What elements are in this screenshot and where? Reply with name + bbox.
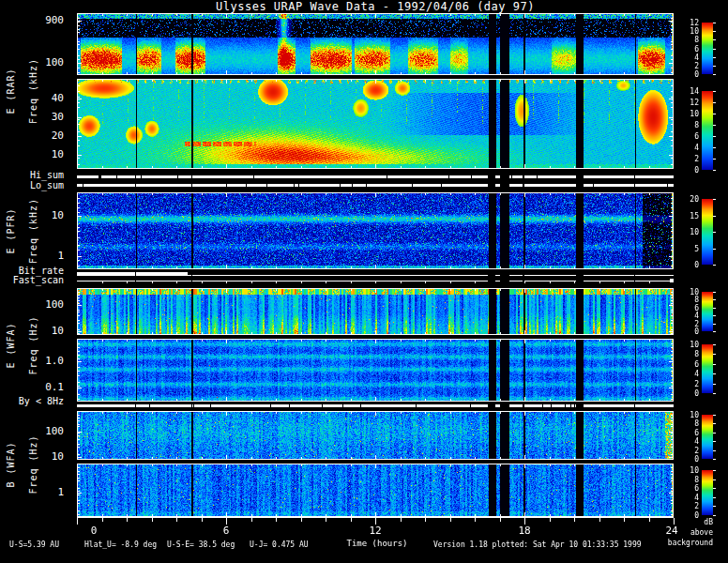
colorbar-label: 4 [660, 370, 699, 378]
ytick-label: 40 [0, 92, 64, 104]
colorbar-caption-line3: background [668, 539, 713, 548]
strip-bit-rate [77, 272, 674, 277]
ytick-label: 100 [0, 298, 64, 311]
ytick-label: 30 [0, 111, 64, 123]
colorbar-label: 10 [660, 466, 699, 475]
colorbar-tick [713, 57, 716, 58]
colorbar-rar-low [702, 91, 713, 170]
colorbar-label: 0 [660, 455, 699, 464]
time-tick [550, 518, 551, 522]
colorbar-tick [713, 497, 716, 498]
hour-label: 18 [508, 525, 540, 537]
colorbar-label: 8 [660, 350, 699, 358]
colorbar-tick [713, 515, 716, 516]
colorbar-tick [713, 159, 716, 160]
colorbar-label: 20 [660, 195, 699, 204]
colorbar-tick [713, 373, 716, 374]
ytick-label: 0.1 [0, 381, 64, 393]
time-tick [351, 518, 352, 522]
colorbar-label: 15 [660, 212, 699, 221]
colorbar-tick [713, 66, 716, 67]
time-tick [500, 518, 501, 522]
colorbar-tick [713, 49, 716, 50]
colorbar-label: 6 [660, 132, 699, 141]
colorbar-wfa-b-hi [702, 415, 713, 459]
spectrogram-wfa-b-low [77, 464, 674, 517]
colorbar-label: 6 [660, 429, 699, 437]
strip-by-8hz [77, 404, 674, 409]
colorbar-tick [713, 125, 716, 126]
ytick-label: 10 [0, 209, 64, 221]
colorbar-label: 4 [660, 144, 699, 152]
time-tick [450, 518, 451, 522]
strip-hi-sum [77, 175, 674, 180]
colorbar-tick [713, 265, 716, 266]
colorbar-rar-high [702, 23, 713, 74]
colorbar-tick [713, 470, 716, 471]
colorbar-label: 4 [660, 437, 699, 446]
spectrogram-rar-high [77, 13, 674, 75]
colorbar-tick [713, 136, 716, 137]
colorbar-wfa-b-lo [702, 470, 713, 515]
colorbar-caption-line2: above [690, 528, 713, 538]
spectrogram-pfr [77, 192, 674, 269]
time-tick [226, 518, 227, 525]
ytick-label: 1 [0, 486, 64, 498]
ytick-label: 100 [0, 425, 64, 437]
ytick-label: 1.0 [0, 355, 64, 367]
colorbar-label: 0 [660, 511, 699, 520]
colorbar-tick [713, 308, 716, 309]
time-tick [425, 518, 426, 522]
colorbar-label: 10 [660, 228, 699, 236]
colorbar-label: 2 [660, 155, 699, 163]
strip-label: Hi_sum [0, 170, 64, 180]
spectrogram-wfa-e-high [77, 288, 674, 335]
colorbar-label: 10 [660, 411, 699, 419]
colorbar-tick [713, 506, 716, 507]
colorbar-label: 2 [660, 380, 699, 388]
strip-fast-scan [77, 279, 674, 283]
time-tick [202, 518, 203, 522]
hour-label: 6 [210, 525, 242, 537]
instrument-label-3: B (WFA) [6, 441, 16, 487]
colorbar-label: 0 [660, 389, 699, 398]
colorbar-wfa-e-hi [702, 292, 713, 331]
spectrogram-rar-low [77, 79, 674, 169]
time-tick [176, 518, 177, 522]
time-tick [251, 518, 252, 522]
colorbar-tick [713, 170, 716, 171]
colorbar-tick [713, 488, 716, 489]
strip-lo-sum [77, 184, 674, 189]
time-tick [624, 518, 625, 522]
ephemeris-item-0: U-S=5.39 AU [9, 540, 59, 549]
colorbar-tick [713, 450, 716, 451]
colorbar-label: 0 [660, 261, 699, 269]
colorbar-label: 6 [660, 484, 699, 493]
colorbar-label: 10 [660, 341, 699, 349]
ytick-label: 100 [0, 56, 64, 68]
colorbar-tick [713, 199, 716, 200]
ytick-label: 10 [0, 325, 64, 337]
colorbar-tick [713, 31, 716, 32]
colorbar-tick [713, 147, 716, 148]
colorbar-wfa-e-lo [702, 344, 713, 393]
time-tick [475, 518, 476, 522]
spectrogram-wfa-b-high [77, 411, 674, 460]
colorbar-tick [713, 74, 716, 75]
colorbar-label: 8 [660, 121, 699, 129]
ytick-label: 10 [0, 148, 64, 160]
colorbar-tick [713, 344, 716, 345]
colorbar-label: 10 [660, 27, 699, 36]
colorbar-label: 5 [660, 245, 699, 253]
colorbar-tick [713, 384, 716, 385]
colorbar-label: 14 [660, 87, 699, 96]
ephemeris-item-1: Hlat_U= -8.9 deg [84, 540, 157, 549]
time-tick [674, 518, 675, 525]
time-axis-title: Time (hours) [326, 539, 429, 548]
time-tick [152, 518, 153, 522]
spectrogram-wfa-e-low [77, 339, 674, 402]
colorbar-label: 2 [660, 502, 699, 510]
colorbar-tick [713, 364, 716, 365]
colorbar-label: 10 [660, 110, 699, 118]
colorbar-tick [713, 292, 716, 293]
